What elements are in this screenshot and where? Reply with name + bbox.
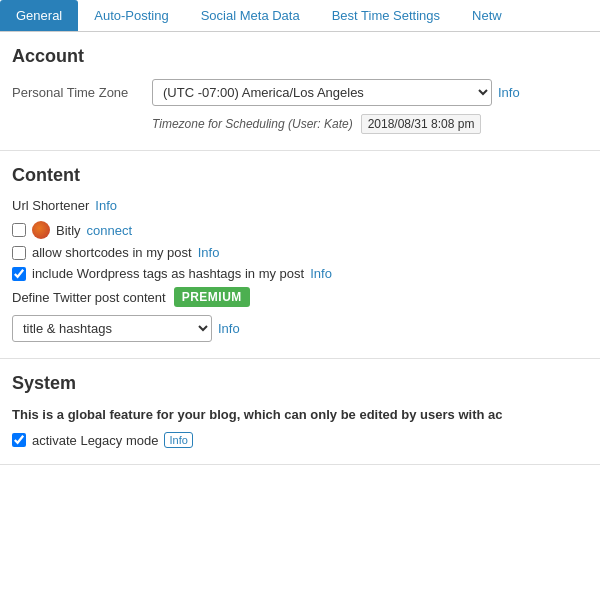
account-section: Account Personal Time Zone (UTC -07:00) …	[0, 32, 600, 151]
activate-legacy-row: activate Legacy mode Info	[12, 432, 588, 448]
premium-badge: PREMIUM	[174, 287, 250, 307]
twitter-content-select[interactable]: title & hashtags	[12, 315, 212, 342]
tab-general[interactable]: General	[0, 0, 78, 31]
content-section: Content Url Shortener Info Bitly connect…	[0, 151, 600, 359]
system-section: System This is a global feature for your…	[0, 359, 600, 465]
bitly-checkbox[interactable]	[12, 223, 26, 237]
timezone-row: Personal Time Zone (UTC -07:00) America/…	[12, 79, 588, 106]
activate-legacy-info-badge[interactable]: Info	[164, 432, 192, 448]
content-title: Content	[12, 165, 588, 186]
tabs-bar: General Auto-Posting Social Meta Data Be…	[0, 0, 600, 32]
timezone-label: Personal Time Zone	[12, 85, 152, 100]
timezone-note: Timezone for Scheduling (User: Kate) 201…	[152, 114, 588, 134]
bitly-row: Bitly connect	[12, 221, 588, 239]
tab-social-meta-data[interactable]: Social Meta Data	[185, 0, 316, 31]
include-wp-tags-checkbox[interactable]	[12, 267, 26, 281]
timezone-select-wrapper: (UTC -07:00) America/Los Angeles Info	[152, 79, 520, 106]
activate-legacy-label: activate Legacy mode	[32, 433, 158, 448]
url-shortener-label: Url Shortener	[12, 198, 89, 213]
include-wp-tags-info-link[interactable]: Info	[310, 266, 332, 281]
tz-note-text: Timezone for Scheduling (User: Kate)	[152, 117, 353, 131]
include-wp-tags-label: include Wordpress tags as hashtags in my…	[32, 266, 304, 281]
tab-best-time-settings[interactable]: Best Time Settings	[316, 0, 456, 31]
account-title: Account	[12, 46, 588, 67]
twitter-select-row: title & hashtags Info	[12, 315, 588, 342]
bitly-connect-link[interactable]: connect	[87, 223, 133, 238]
tz-date: 2018/08/31 8:08 pm	[361, 114, 482, 134]
activate-legacy-checkbox[interactable]	[12, 433, 26, 447]
timezone-select[interactable]: (UTC -07:00) America/Los Angeles	[152, 79, 492, 106]
url-shortener-info-link[interactable]: Info	[95, 198, 117, 213]
allow-shortcodes-label: allow shortcodes in my post	[32, 245, 192, 260]
tab-netw[interactable]: Netw	[456, 0, 518, 31]
define-twitter-row: Define Twitter post content PREMIUM	[12, 287, 588, 307]
bitly-label: Bitly	[56, 223, 81, 238]
include-wp-tags-row: include Wordpress tags as hashtags in my…	[12, 266, 588, 281]
allow-shortcodes-info-link[interactable]: Info	[198, 245, 220, 260]
system-title: System	[12, 373, 588, 394]
allow-shortcodes-row: allow shortcodes in my post Info	[12, 245, 588, 260]
bitly-icon	[32, 221, 50, 239]
define-twitter-label: Define Twitter post content	[12, 290, 166, 305]
twitter-content-info-link[interactable]: Info	[218, 321, 240, 336]
timezone-info-link[interactable]: Info	[498, 85, 520, 100]
tab-auto-posting[interactable]: Auto-Posting	[78, 0, 184, 31]
allow-shortcodes-checkbox[interactable]	[12, 246, 26, 260]
url-shortener-row: Url Shortener Info	[12, 198, 588, 213]
system-global-note: This is a global feature for your blog, …	[12, 406, 588, 424]
